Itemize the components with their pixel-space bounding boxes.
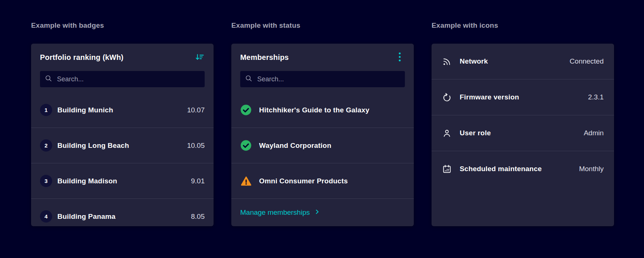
device-info-card: Network Connected Firmware version 2.3.1 bbox=[432, 44, 614, 226]
link-label: Manage memberships bbox=[240, 208, 310, 217]
list-item: Hitchhiker's Guide to the Galaxy bbox=[231, 92, 414, 128]
calendar-icon bbox=[442, 164, 452, 174]
manage-memberships-link[interactable]: Manage memberships bbox=[240, 208, 319, 217]
kebab-menu-button[interactable] bbox=[395, 52, 405, 62]
list-item: 1 Building Munich 10.07 bbox=[31, 92, 214, 128]
item-label: Firmware version bbox=[460, 93, 588, 101]
memberships-card: Memberships bbox=[231, 44, 414, 226]
item-value: 10.07 bbox=[187, 106, 205, 114]
user-icon bbox=[442, 128, 452, 138]
item-label: Hitchhiker's Guide to the Galaxy bbox=[259, 106, 405, 114]
list-item: Wayland Corporation bbox=[231, 128, 414, 163]
rank-badge: 3 bbox=[40, 175, 52, 187]
item-value: Monthly bbox=[579, 165, 604, 173]
list-item: 3 Building Madison 9.01 bbox=[31, 163, 214, 198]
search-box bbox=[40, 71, 205, 87]
section-title: Example with icons bbox=[432, 21, 614, 30]
card-header: Portfolio ranking (kWh) bbox=[31, 44, 214, 71]
item-value: 9.01 bbox=[191, 177, 205, 185]
item-value: 8.05 bbox=[191, 213, 205, 221]
search-wrap bbox=[231, 71, 414, 92]
search-box bbox=[240, 71, 405, 87]
card-header: Memberships bbox=[231, 44, 414, 71]
memberships-list: Hitchhiker's Guide to the Galaxy Wayland… bbox=[231, 92, 414, 226]
sort-descending-button[interactable] bbox=[194, 52, 205, 62]
sort-descending-icon bbox=[195, 52, 204, 63]
rank-badge: 4 bbox=[40, 210, 52, 223]
rank-badge: 1 bbox=[40, 104, 52, 116]
refresh-icon bbox=[442, 92, 452, 102]
warning-triangle-icon bbox=[240, 176, 252, 186]
list-item: Omni Consumer Products bbox=[231, 163, 414, 198]
examples-layout: Example with badges Portfolio ranking (k… bbox=[0, 0, 644, 226]
network-icon bbox=[442, 57, 452, 67]
item-value: 10.05 bbox=[187, 142, 205, 150]
search-icon bbox=[245, 75, 252, 84]
card-empty-space bbox=[432, 187, 614, 226]
item-label: Building Panama bbox=[57, 213, 191, 221]
item-label: Omni Consumer Products bbox=[259, 177, 405, 185]
section-icons: Example with icons Network Connected bbox=[432, 21, 614, 226]
section-title: Example with badges bbox=[31, 21, 214, 30]
list-item: 4 Building Panama 8.05 bbox=[31, 198, 214, 226]
item-label: User role bbox=[460, 129, 584, 137]
section-status: Example with status Memberships bbox=[231, 21, 414, 226]
item-label: Network bbox=[460, 57, 570, 65]
item-label: Building Long Beach bbox=[57, 142, 187, 150]
ranking-list: 1 Building Munich 10.07 2 Building Long … bbox=[31, 92, 214, 226]
search-wrap bbox=[31, 71, 214, 92]
item-value: 2.3.1 bbox=[588, 93, 604, 101]
list-item: 2 Building Long Beach 10.05 bbox=[31, 128, 214, 163]
search-icon bbox=[45, 75, 52, 84]
item-label: Building Munich bbox=[57, 106, 187, 114]
list-item: Scheduled maintenance Monthly bbox=[432, 151, 614, 187]
search-input[interactable] bbox=[56, 75, 200, 84]
list-item: Firmware version 2.3.1 bbox=[432, 79, 614, 115]
kebab-menu-icon bbox=[398, 52, 401, 63]
item-label: Wayland Corporation bbox=[259, 142, 405, 150]
list-item: Network Connected bbox=[432, 44, 614, 79]
chevron-right-icon bbox=[315, 208, 319, 217]
card-footer: Manage memberships bbox=[231, 198, 414, 226]
item-value: Connected bbox=[570, 57, 604, 65]
item-label: Building Madison bbox=[57, 177, 191, 185]
search-input[interactable] bbox=[256, 75, 400, 84]
item-value: Admin bbox=[584, 129, 604, 137]
success-check-icon bbox=[240, 104, 252, 116]
section-title: Example with status bbox=[231, 21, 414, 30]
portfolio-ranking-card: Portfolio ranking (kWh) bbox=[31, 44, 214, 226]
card-title: Portfolio ranking (kWh) bbox=[40, 53, 124, 62]
rank-badge: 2 bbox=[40, 139, 52, 152]
item-label: Scheduled maintenance bbox=[460, 165, 579, 173]
list-item: User role Admin bbox=[432, 115, 614, 151]
section-badges: Example with badges Portfolio ranking (k… bbox=[31, 21, 214, 226]
success-check-icon bbox=[240, 140, 252, 151]
card-title: Memberships bbox=[240, 53, 289, 62]
